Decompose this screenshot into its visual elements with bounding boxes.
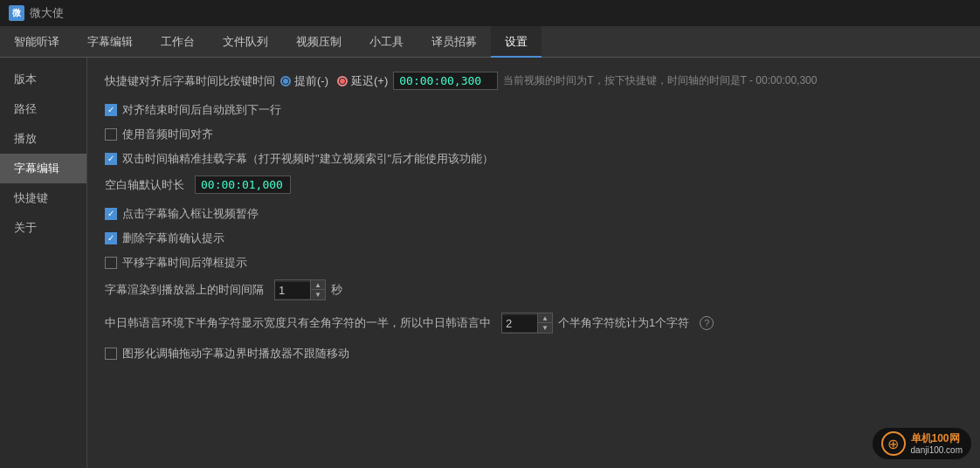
cjk-help-icon[interactable]: ? bbox=[700, 316, 714, 330]
checkbox-dblclick-mount-box bbox=[105, 153, 117, 165]
checkbox-dblclick-mount[interactable]: 双击时间轴精准挂载字幕（打开视频时"建立视频索引"后才能使用该功能） bbox=[105, 151, 963, 167]
checkbox-delete-confirm[interactable]: 删除字幕前确认提示 bbox=[105, 231, 963, 246]
app-icon: 微 bbox=[9, 5, 24, 21]
render-interval-input[interactable] bbox=[275, 282, 310, 299]
radio-advance[interactable]: 提前(-) bbox=[280, 73, 328, 89]
cjk-input[interactable] bbox=[502, 315, 537, 332]
sidebar-item-快捷键[interactable]: 快捷键 bbox=[0, 183, 86, 213]
checkbox-delete-confirm-box bbox=[105, 232, 117, 244]
render-interval-row: 字幕渲染到播放器上的时间间隔 ▲ ▼ 秒 bbox=[105, 279, 963, 300]
sidebar-item-播放[interactable]: 播放 bbox=[0, 124, 86, 154]
watermark-text: 单机100网 danji100.com bbox=[911, 432, 963, 454]
render-interval-label: 字幕渲染到播放器上的时间间隔 bbox=[105, 282, 264, 298]
nav-item-文件队列[interactable]: 文件队列 bbox=[209, 26, 282, 58]
radio-advance-label: 提前(-) bbox=[294, 73, 328, 89]
shortcut-time-input[interactable] bbox=[393, 72, 498, 90]
sidebar-item-路径[interactable]: 路径 bbox=[0, 94, 86, 124]
titlebar: 微 微大使 bbox=[0, 0, 980, 26]
checkbox-delete-confirm-label: 删除字幕前确认提示 bbox=[122, 231, 224, 246]
render-interval-up[interactable]: ▲ bbox=[311, 280, 325, 290]
cjk-input-wrap: ▲ ▼ bbox=[501, 313, 553, 334]
cjk-up[interactable]: ▲ bbox=[538, 313, 552, 323]
checkbox-no-follow-label: 图形化调轴拖动字幕边界时播放器不跟随移动 bbox=[122, 346, 349, 361]
radio-advance-dot bbox=[280, 76, 291, 86]
nav-item-智能听译[interactable]: 智能听译 bbox=[0, 26, 73, 58]
checkbox-audio-align[interactable]: 使用音频时间对齐 bbox=[105, 127, 963, 142]
shortcut-time-row: 快捷键对齐后字幕时间比按键时间 提前(-) 延迟(+) 当前视频的时间为T，按下… bbox=[105, 72, 963, 90]
nav-item-工作台[interactable]: 工作台 bbox=[147, 26, 209, 58]
nav-item-字幕编辑[interactable]: 字幕编辑 bbox=[73, 26, 147, 58]
sidebar-item-关于[interactable]: 关于 bbox=[0, 213, 86, 243]
radio-delay-label: 延迟(+) bbox=[351, 73, 388, 89]
checkbox-auto-next-label: 对齐结束时间后自动跳到下一行 bbox=[122, 102, 281, 118]
checkbox-audio-align-label: 使用音频时间对齐 bbox=[122, 127, 213, 142]
nav-item-设置[interactable]: 设置 bbox=[491, 26, 542, 58]
checkbox-pause-video-label: 点击字幕输入框让视频暂停 bbox=[122, 206, 259, 222]
checkbox-translate-popup-box bbox=[105, 257, 117, 269]
cjk-prefix: 中日韩语言环境下半角字符显示宽度只有全角字符的一半，所以中日韩语言中 bbox=[105, 315, 491, 331]
nav-item-小工具[interactable]: 小工具 bbox=[355, 26, 418, 58]
blank-duration-label: 空白轴默认时长 bbox=[105, 177, 184, 193]
main-layout: 版本路径播放字幕编辑快捷键关于 快捷键对齐后字幕时间比按键时间 提前(-) 延迟… bbox=[0, 58, 980, 468]
content-area: 快捷键对齐后字幕时间比按键时间 提前(-) 延迟(+) 当前视频的时间为T，按下… bbox=[87, 58, 980, 468]
navbar: 智能听译字幕编辑工作台文件队列视频压制小工具译员招募设置 bbox=[0, 26, 980, 58]
cjk-suffix: 个半角字符统计为1个字符 bbox=[558, 315, 689, 331]
checkbox-pause-video[interactable]: 点击字幕输入框让视频暂停 bbox=[105, 206, 963, 222]
render-interval-down[interactable]: ▼ bbox=[311, 290, 325, 299]
sidebar-item-字幕编辑[interactable]: 字幕编辑 bbox=[0, 154, 86, 183]
watermark-icon: ⊕ bbox=[881, 431, 906, 456]
render-interval-spinners: ▲ ▼ bbox=[310, 280, 325, 299]
watermark-url: danji100.com bbox=[911, 445, 963, 455]
checkbox-translate-popup-label: 平移字幕时间后弹框提示 bbox=[122, 255, 247, 271]
sidebar: 版本路径播放字幕编辑快捷键关于 bbox=[0, 58, 87, 468]
watermark: ⊕ 单机100网 danji100.com bbox=[873, 428, 971, 459]
shortcut-time-label: 快捷键对齐后字幕时间比按键时间 bbox=[105, 73, 275, 89]
radio-delay-dot bbox=[337, 76, 348, 86]
checkbox-auto-next[interactable]: 对齐结束时间后自动跳到下一行 bbox=[105, 102, 963, 118]
sidebar-item-版本[interactable]: 版本 bbox=[0, 65, 86, 94]
nav-item-译员招募[interactable]: 译员招募 bbox=[418, 26, 491, 58]
watermark-site: 单机100网 bbox=[911, 432, 963, 444]
render-interval-unit: 秒 bbox=[331, 282, 342, 298]
checkbox-audio-align-box bbox=[105, 128, 117, 141]
radio-delay[interactable]: 延迟(+) bbox=[337, 73, 388, 89]
blank-duration-row: 空白轴默认时长 bbox=[105, 176, 963, 194]
checkbox-no-follow-box bbox=[105, 348, 117, 360]
radio-group: 提前(-) 延迟(+) bbox=[280, 73, 388, 89]
checkbox-no-follow[interactable]: 图形化调轴拖动字幕边界时播放器不跟随移动 bbox=[105, 346, 963, 361]
checkbox-dblclick-mount-label: 双击时间轴精准挂载字幕（打开视频时"建立视频索引"后才能使用该功能） bbox=[122, 151, 493, 167]
nav-item-视频压制[interactable]: 视频压制 bbox=[282, 26, 355, 58]
cjk-spinners: ▲ ▼ bbox=[537, 313, 552, 333]
checkbox-translate-popup[interactable]: 平移字幕时间后弹框提示 bbox=[105, 255, 963, 271]
shortcut-time-note: 当前视频的时间为T，按下快捷键，时间轴的时间是T - 00:00:00,300 bbox=[503, 73, 817, 88]
cjk-down[interactable]: ▼ bbox=[538, 323, 552, 333]
cjk-row: 中日韩语言环境下半角字符显示宽度只有全角字符的一半，所以中日韩语言中 ▲ ▼ 个… bbox=[105, 313, 963, 334]
checkbox-auto-next-box bbox=[105, 104, 117, 116]
checkbox-pause-video-box bbox=[105, 208, 117, 220]
app-title: 微大使 bbox=[30, 5, 64, 21]
render-interval-input-wrap: ▲ ▼ bbox=[274, 279, 326, 300]
blank-duration-input[interactable] bbox=[195, 176, 291, 194]
